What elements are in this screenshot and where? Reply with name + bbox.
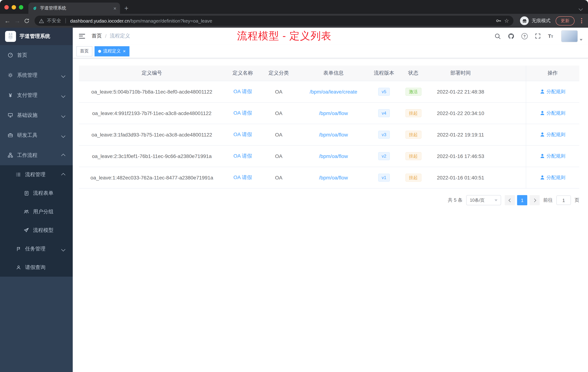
assign-rule-button[interactable]: 分配规则 [540,174,566,181]
cell-deploy-time: 2022-01-22 19:19:11 [429,124,492,145]
sidebar-item-label: 研发工具 [17,132,37,139]
definition-name-link[interactable]: OA 请假 [233,174,252,180]
chevron-down-icon [62,112,65,118]
search-icon[interactable] [494,33,501,39]
browser-update-button[interactable]: 更新 [556,16,575,25]
infrastructure-icon [7,112,13,118]
form-link[interactable]: /bpm/oa/leave/create [310,89,357,95]
zoom-window-button[interactable] [19,5,23,10]
form-link[interactable]: /bpm/oa/flow [319,110,348,116]
sidebar-item-label: 工作流程 [17,152,37,159]
navbar-actions: ? TT [494,30,583,42]
status-badge: 挂起 [405,131,421,139]
tag-close-icon[interactable]: × [123,49,126,54]
sidebar-item-system-management[interactable]: 系统管理 [0,65,73,85]
incognito-chip[interactable]: 无痕模式 [520,16,551,25]
forward-button[interactable]: → [14,18,20,24]
gear-icon [7,72,13,78]
logo-avatar [5,31,16,42]
sidebar-item-user-group[interactable]: 用户分组 [0,202,73,221]
tab-favicon-leaf-icon [32,6,37,11]
form-link[interactable]: /bpm/oa/flow [319,175,348,181]
sidebar-item-payment-management[interactable]: ¥ 支付管理 [0,85,73,105]
column-header: 定义名称 [225,66,261,81]
form-link[interactable]: /bpm/oa/flow [319,153,348,159]
reload-button[interactable] [24,18,30,23]
cell-definition-id: oa_leave:1:482ec033-762a-11ec-8477-a2380… [79,167,225,188]
column-header: 定义编号 [79,66,225,81]
table-row: oa_leave:1:482ec033-762a-11ec-8477-a2380… [79,167,579,188]
table-row: oa_leave:4:991f2193-7b7f-11ec-a3c8-acde4… [79,102,579,124]
column-header: 流程版本 [370,66,398,81]
sidebar-collapse-icon[interactable] [78,32,86,40]
sidebar-item-leave-query[interactable]: 请假查询 [0,258,73,277]
sidebar-item-task-management[interactable]: 任务管理 [0,240,73,258]
security-warning-label: 不安全 [47,17,61,24]
back-button[interactable]: ← [4,18,10,24]
table-row: oa_leave:2:3c1f0ef1-76b1-11ec-9c66-a2380… [79,145,579,167]
close-window-button[interactable] [4,5,9,10]
breadcrumb-home[interactable]: 首页 [92,33,102,39]
sidebar-item-home[interactable]: 首页 [0,45,73,65]
fullscreen-icon[interactable] [535,33,541,39]
user-avatar-menu[interactable] [561,30,583,42]
workflow-submenu: 流程管理 流程表单 [0,165,73,277]
status-badge: 挂起 [405,174,421,182]
definition-name-link[interactable]: OA 请假 [233,110,252,116]
address-bar[interactable]: 不安全 dashboard.yudao.iocoder.cn/bpm/manag… [34,16,514,26]
version-badge: v2 [378,152,390,160]
url-separator [65,18,66,23]
definition-name-link[interactable]: OA 请假 [233,88,252,94]
sidebar-item-process-management[interactable]: 流程管理 [0,165,73,184]
security-warning-icon[interactable] [39,18,44,23]
password-key-icon[interactable] [495,18,501,24]
tab-close-icon[interactable]: × [114,5,116,11]
caret-down-icon [494,199,497,201]
sidebar-menu: 首页 系统管理 ¥ 支付管理 [0,45,73,277]
github-icon[interactable] [508,33,514,39]
tags-view-bar: 首页 流程定义 × [73,44,588,58]
sidebar-item-infrastructure[interactable]: 基础设施 [0,105,73,125]
column-header: 定义分类 [261,66,297,81]
column-header: 表单信息 [297,66,370,81]
prev-page-button[interactable] [505,195,515,205]
column-header: 部署时间 [429,66,492,81]
definition-name-link[interactable]: OA 请假 [233,131,252,137]
next-page-button[interactable] [529,195,540,205]
sidebar-logo-row[interactable]: 芋道管理系统 [0,28,73,45]
url-path: /bpm/manager/definition?key=oa_leave [130,18,212,23]
cell-definition-id: oa_leave:3:1fad3d93-7b75-11ec-a3c8-acde4… [79,124,225,145]
cell-category: OA [261,81,297,102]
sidebar-item-label: 用户分组 [33,208,53,215]
minimize-window-button[interactable] [12,5,16,10]
sidebar-item-workflow[interactable]: 工作流程 [0,145,73,165]
bookmark-star-icon[interactable]: ☆ [504,17,509,24]
sidebar-item-label: 支付管理 [17,92,37,98]
browser-menu-kebab-icon[interactable] [580,17,584,25]
page-number-button[interactable]: 1 [517,195,527,205]
tag-process-definition[interactable]: 流程定义 × [94,46,129,56]
font-size-icon[interactable]: TT [548,33,553,39]
new-tab-button[interactable]: + [124,5,128,12]
help-icon[interactable]: ? [521,33,528,39]
incognito-icon [520,16,529,25]
page-title-annotation: 流程模型 - 定义列表 [237,29,332,43]
sidebar-item-dev-tools[interactable]: 研发工具 [0,125,73,145]
tab-search-icon[interactable] [579,5,582,12]
sidebar-item-process-model[interactable]: 流程模型 [0,221,73,240]
form-link[interactable]: /bpm/oa/flow [319,132,348,138]
page-goto-input[interactable] [556,196,571,205]
page-size-select[interactable]: 10条/页 [466,195,501,205]
status-badge: 挂起 [405,152,421,160]
assign-rule-button[interactable]: 分配规则 [540,131,566,138]
tag-home[interactable]: 首页 [76,46,92,56]
assign-rule-button[interactable]: 分配规则 [540,110,566,117]
page-size-value: 10条/页 [470,197,484,203]
user-icon [540,111,545,116]
sidebar-item-process-form[interactable]: 流程表单 [0,184,73,202]
assign-rule-button[interactable]: 分配规则 [540,153,566,159]
browser-tab[interactable]: 芋道管理系统 × [28,2,120,14]
cell-category: OA [261,102,297,124]
definition-name-link[interactable]: OA 请假 [233,153,252,159]
assign-rule-button[interactable]: 分配规则 [540,88,566,95]
